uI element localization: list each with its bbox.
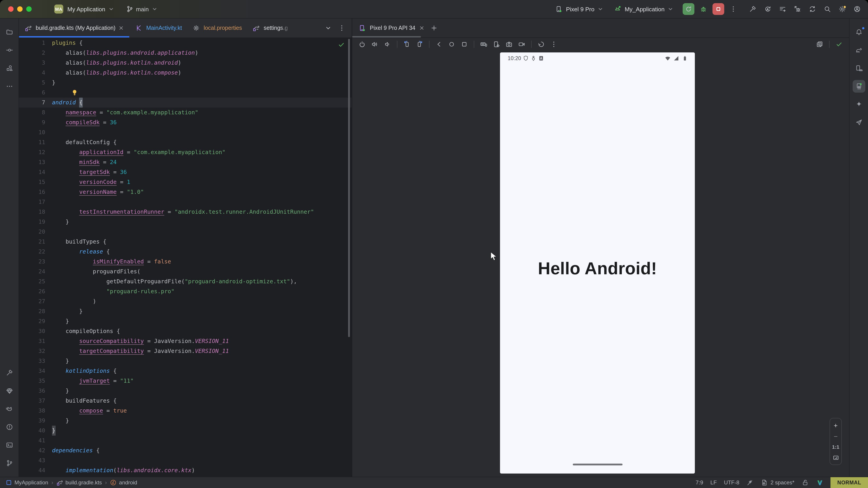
airplane-icon[interactable] bbox=[852, 116, 865, 129]
code-line-11[interactable]: 11 defaultConfig { bbox=[19, 137, 352, 147]
screen-record-icon[interactable] bbox=[516, 39, 527, 49]
gesture-navigation-pill[interactable] bbox=[572, 463, 622, 465]
maximize-window-button[interactable] bbox=[26, 6, 32, 12]
code-line-44[interactable]: 44 implementation(libs.androidx.core.ktx… bbox=[19, 465, 352, 475]
resource-manager-icon[interactable] bbox=[3, 62, 16, 74]
intention-lightbulb-icon[interactable] bbox=[71, 89, 78, 96]
code-line-31[interactable]: 31 sourceCompatibility = JavaVersion.VER… bbox=[19, 336, 352, 346]
account-icon[interactable] bbox=[852, 4, 862, 13]
minimize-window-button[interactable] bbox=[17, 6, 23, 12]
code-line-8[interactable]: 8 namespace = "com.example.myapplication… bbox=[19, 107, 352, 118]
overview-square-icon[interactable] bbox=[459, 39, 470, 49]
code-line-40[interactable]: 40} bbox=[19, 426, 352, 435]
debug-button[interactable] bbox=[698, 3, 709, 15]
camera-icon[interactable] bbox=[504, 39, 515, 49]
add-device-tab-icon[interactable] bbox=[430, 24, 438, 33]
code-line-32[interactable]: 32 targetCompatibility = JavaVersion.VER… bbox=[19, 346, 352, 356]
power-icon[interactable] bbox=[357, 39, 368, 49]
actual-size-button[interactable]: 1:1 bbox=[831, 442, 841, 452]
gem-icon[interactable] bbox=[3, 385, 16, 397]
volume-down-icon[interactable] bbox=[382, 39, 393, 49]
code-line-41[interactable]: 41 bbox=[19, 435, 352, 446]
apply-code-changes-icon[interactable] bbox=[763, 4, 772, 13]
tab-options-icon[interactable] bbox=[337, 24, 346, 33]
volume-up-icon[interactable] bbox=[369, 39, 380, 49]
code-line-37[interactable]: 37 buildFeatures { bbox=[19, 396, 352, 406]
stop-button[interactable] bbox=[712, 3, 724, 15]
code-line-1[interactable]: 1plugins { bbox=[19, 38, 352, 48]
task-list-sync-icon[interactable] bbox=[778, 4, 787, 13]
code-line-34[interactable]: 34 kotlinOptions { bbox=[19, 366, 352, 376]
terminal-icon[interactable] bbox=[3, 439, 16, 451]
code-line-15[interactable]: 15 versionCode = 1 bbox=[19, 177, 352, 187]
encoding-indicator[interactable]: UTF-8 bbox=[724, 480, 739, 486]
code-line-2[interactable]: 2 alias(libs.plugins.android.application… bbox=[19, 48, 352, 58]
code-line-9[interactable]: 9 compileSdk = 36 bbox=[19, 118, 352, 127]
fit-to-window-button[interactable] bbox=[831, 453, 841, 463]
ai-assistant-status[interactable] bbox=[747, 479, 754, 486]
editor-tab-1[interactable]: build.gradle.kts (My Application) bbox=[19, 19, 129, 37]
code-line-33[interactable]: 33 } bbox=[19, 356, 352, 366]
hidden-tabs-chevron-icon[interactable] bbox=[324, 24, 333, 33]
gradle-sync-icon[interactable] bbox=[808, 4, 817, 13]
code-line-21[interactable]: 21 buildTypes { bbox=[19, 237, 352, 247]
running-devices-icon[interactable] bbox=[852, 80, 865, 93]
build-hammer-icon[interactable] bbox=[3, 366, 16, 379]
settings-gear-icon[interactable] bbox=[838, 4, 847, 13]
code-line-39[interactable]: 39 } bbox=[19, 416, 352, 426]
breadcrumb-item-MyApplication[interactable]: MyApplication bbox=[5, 479, 48, 486]
zoom-in-button[interactable]: + bbox=[831, 420, 841, 430]
run-configuration-selector[interactable]: My_Application bbox=[613, 4, 674, 13]
code-line-29[interactable]: 29 } bbox=[19, 316, 352, 326]
snapshot-reset-icon[interactable] bbox=[536, 39, 547, 49]
folder-icon[interactable] bbox=[3, 26, 16, 38]
code-line-26[interactable]: 26 "proguard-rules.pro" bbox=[19, 287, 352, 296]
code-line-38[interactable]: 38 compose = true bbox=[19, 406, 352, 416]
rerun-button[interactable] bbox=[683, 3, 694, 15]
problems-icon[interactable] bbox=[3, 421, 16, 433]
code-line-3[interactable]: 3 alias(libs.plugins.kotlin.android) bbox=[19, 58, 352, 68]
more-vertical-icon[interactable] bbox=[548, 39, 559, 49]
more-run-options-button[interactable] bbox=[727, 3, 739, 15]
code-line-13[interactable]: 13 minSdk = 24 bbox=[19, 157, 352, 167]
device-screen[interactable]: 10:20 Hello Android! bbox=[500, 53, 695, 474]
bell-icon[interactable] bbox=[852, 26, 865, 38]
code-line-16[interactable]: 16 versionName = "1.0" bbox=[19, 187, 352, 197]
device-settings-icon[interactable] bbox=[491, 39, 502, 49]
line-separator-indicator[interactable]: LF bbox=[710, 480, 717, 486]
code-line-27[interactable]: 27 ) bbox=[19, 296, 352, 306]
build-hammer-icon[interactable] bbox=[748, 4, 757, 13]
code-line-42[interactable]: 42dependencies { bbox=[19, 446, 352, 455]
breadcrumb-item-android[interactable]: android bbox=[110, 479, 137, 486]
code-line-35[interactable]: 35 jvmTarget = "11" bbox=[19, 376, 352, 386]
rotate-left-icon[interactable] bbox=[401, 39, 412, 49]
logcat-cat-icon[interactable] bbox=[3, 402, 16, 415]
code-line-5[interactable]: 5} bbox=[19, 78, 352, 88]
search-icon[interactable] bbox=[823, 4, 832, 13]
vim-mode-badge[interactable]: NORMAL bbox=[831, 477, 868, 488]
code-line-19[interactable]: 19 } bbox=[19, 217, 352, 227]
tab-strip-scrollbar[interactable] bbox=[352, 36, 421, 37]
code-editor[interactable]: 1plugins {2 alias(libs.plugins.android.a… bbox=[19, 38, 352, 477]
code-line-14[interactable]: 14 targetSdk = 36 bbox=[19, 167, 352, 177]
git-branch-icon[interactable] bbox=[3, 457, 16, 469]
code-line-12[interactable]: 12 applicationId = "com.example.myapplic… bbox=[19, 147, 352, 157]
commit-icon[interactable] bbox=[3, 44, 16, 57]
code-line-28[interactable]: 28 } bbox=[19, 306, 352, 316]
code-line-4[interactable]: 4 alias(libs.plugins.kotlin.compose) bbox=[19, 68, 352, 78]
ideavim-indicator[interactable] bbox=[816, 479, 823, 486]
breadcrumb-item-build.gradle.kts[interactable]: build.gradle.kts bbox=[56, 479, 102, 486]
rotate-right-icon[interactable] bbox=[414, 39, 425, 49]
keyboard-mouse-icon[interactable] bbox=[478, 39, 489, 49]
device-selector[interactable]: Pixel 9 Pro bbox=[554, 4, 603, 13]
readonly-toggle[interactable] bbox=[802, 479, 809, 486]
indent-indicator[interactable]: 2 spaces* bbox=[761, 479, 794, 486]
code-line-30[interactable]: 30 compileOptions { bbox=[19, 326, 352, 336]
back-icon[interactable] bbox=[434, 39, 444, 49]
code-line-7[interactable]: 7android { bbox=[19, 98, 352, 107]
code-line-23[interactable]: 23 isMinifyEnabled = false bbox=[19, 257, 352, 267]
zoom-out-button[interactable]: − bbox=[831, 431, 841, 441]
editor-tab-4[interactable]: settings.g bbox=[247, 19, 296, 37]
code-line-22[interactable]: 22 release { bbox=[19, 247, 352, 257]
gradle-icon[interactable] bbox=[852, 44, 865, 57]
